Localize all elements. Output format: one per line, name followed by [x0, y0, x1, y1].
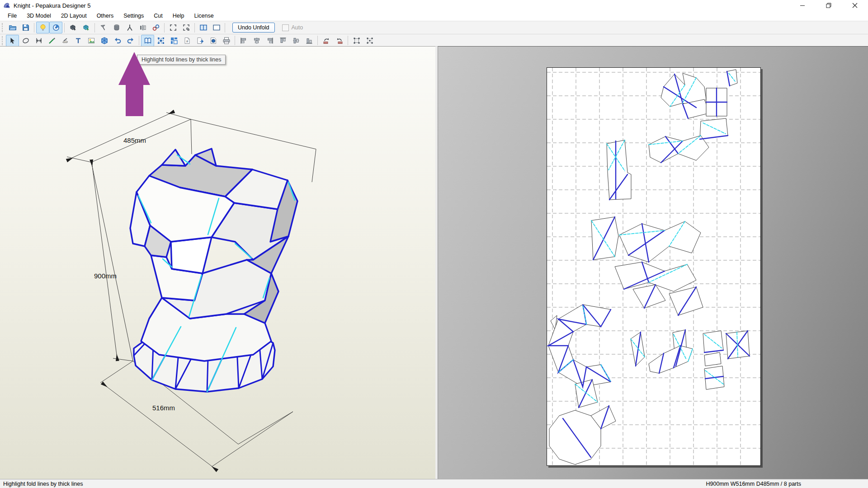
align-middle-v-icon: [292, 37, 300, 45]
window-title: Knight - Pepakura Designer 5: [14, 2, 91, 9]
dimension-width-label: 516mm: [152, 404, 175, 412]
menu-3d-model[interactable]: 3D Model: [22, 11, 56, 21]
toolbar-separator: [34, 23, 34, 33]
close-icon: [852, 3, 858, 8]
annotation-arrow-icon: [115, 50, 156, 117]
circle-mark-icon: [209, 37, 217, 45]
pepakura-window: Knight - Pepakura Designer 5 File3D Mode…: [0, 0, 868, 488]
toolbar-separator: [164, 23, 165, 33]
box-button[interactable]: [98, 35, 111, 47]
fold-lines-icon: [144, 37, 152, 45]
light-toggle-icon: [39, 23, 47, 32]
link-views-button[interactable]: [149, 22, 162, 33]
vertex-tool-button[interactable]: [97, 22, 110, 33]
pan-model-button[interactable]: [80, 22, 93, 33]
restore-button[interactable]: [816, 0, 842, 11]
minimize-button[interactable]: [789, 0, 816, 11]
menu-others[interactable]: Others: [92, 11, 119, 21]
toolbar-separator: [317, 36, 318, 45]
viewport-3d[interactable]: 485mm 900mm 516mm: [0, 46, 435, 479]
viewport-2d[interactable]: [438, 46, 868, 479]
align-bottom-button[interactable]: [302, 35, 316, 47]
export-page-button[interactable]: [193, 35, 207, 47]
align-left-icon: [240, 37, 248, 45]
unfolded-parts: [548, 70, 750, 465]
toolbar-grip[interactable]: [2, 36, 4, 45]
align-left-button[interactable]: [237, 35, 250, 47]
single-view-icon: [212, 23, 221, 32]
toolbar-separator: [194, 23, 195, 33]
menu-license[interactable]: License: [189, 11, 219, 21]
toolbar-2d-tools: #: [0, 34, 868, 47]
menu-cut[interactable]: Cut: [149, 11, 167, 21]
select-settings-button[interactable]: [179, 22, 193, 33]
select-cursor-button[interactable]: [6, 35, 19, 47]
toolbar-grip[interactable]: [2, 23, 4, 32]
select-parts-button[interactable]: [154, 35, 167, 47]
text-button[interactable]: [71, 35, 85, 47]
split-view-button[interactable]: [197, 22, 210, 33]
image-icon: [87, 37, 95, 45]
rotate-right-button[interactable]: [333, 35, 346, 47]
rotate-model-icon: [69, 23, 77, 32]
align-right-icon: [266, 37, 274, 45]
menu-settings[interactable]: Settings: [118, 11, 149, 21]
auto-label: Auto: [292, 24, 303, 31]
vertex-tool-icon: [99, 23, 108, 32]
fold-lines-button[interactable]: [141, 35, 154, 47]
pen-button[interactable]: [45, 35, 58, 47]
group-button[interactable]: [350, 35, 363, 47]
redo-icon: [127, 37, 135, 45]
print-icon: [222, 37, 231, 45]
menu-2d-layout[interactable]: 2D Layout: [56, 11, 92, 21]
smooth-icon: [61, 37, 69, 45]
align-bottom-icon: [305, 37, 313, 45]
select-area-button[interactable]: [166, 22, 179, 33]
export-page-icon: [196, 37, 204, 45]
select-settings-icon: [182, 23, 190, 32]
align-center-h-button[interactable]: [250, 35, 263, 47]
distribute-button[interactable]: [32, 35, 45, 47]
align-middle-v-button[interactable]: [289, 35, 302, 47]
measure-button[interactable]: [123, 22, 136, 33]
page-number-button[interactable]: #: [180, 35, 193, 47]
open-icon: [9, 23, 17, 32]
split-view-icon: [199, 23, 208, 32]
undo-unfold-button[interactable]: Undo Unfold: [232, 23, 275, 33]
cross-section-button[interactable]: [136, 22, 149, 33]
menu-help[interactable]: Help: [168, 11, 189, 21]
rotate-left-icon: [322, 37, 330, 45]
menu-file[interactable]: File: [3, 11, 22, 21]
image-button[interactable]: [85, 35, 98, 47]
arrange-parts-icon: [170, 37, 178, 45]
single-view-button[interactable]: [210, 22, 223, 33]
app-icon: [3, 1, 11, 9]
align-top-icon: [279, 37, 287, 45]
rotate-left-button[interactable]: [320, 35, 333, 47]
group-icon: [353, 37, 361, 45]
smooth-button[interactable]: [58, 35, 71, 47]
toolbar-separator: [348, 36, 348, 45]
light-toggle-button[interactable]: [36, 22, 49, 33]
cross-section-icon: [139, 23, 147, 32]
ungroup-button[interactable]: [363, 35, 376, 47]
cylinder-tool-button[interactable]: [110, 22, 123, 33]
toolbar-separator: [94, 23, 95, 33]
print-button[interactable]: [220, 35, 233, 47]
auto-checkbox[interactable]: [282, 24, 289, 31]
close-button[interactable]: [842, 0, 868, 11]
ellipse-select-button[interactable]: [19, 35, 32, 47]
layout-page[interactable]: [547, 67, 761, 466]
redo-button[interactable]: [124, 35, 137, 47]
align-right-button[interactable]: [263, 35, 276, 47]
rotate-model-button[interactable]: [66, 22, 80, 33]
open-button[interactable]: [6, 22, 19, 33]
link-views-icon: [152, 23, 160, 32]
circle-mark-button[interactable]: [207, 35, 220, 47]
material-view-button[interactable]: [49, 22, 62, 33]
align-top-button[interactable]: [276, 35, 289, 47]
arrange-parts-button[interactable]: [167, 35, 180, 47]
undo-button[interactable]: [111, 35, 124, 47]
minimize-icon: [800, 3, 805, 8]
save-button[interactable]: [19, 22, 32, 33]
